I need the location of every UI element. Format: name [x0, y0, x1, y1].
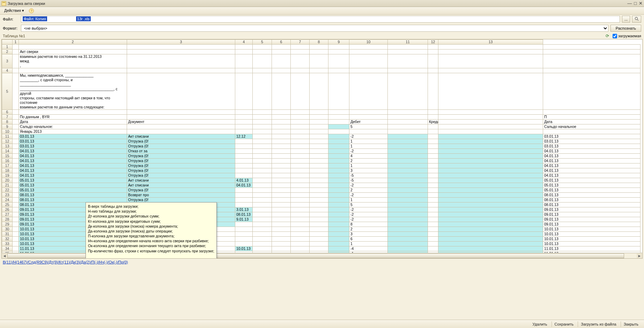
column-header[interactable]: 2	[19, 40, 127, 45]
cell[interactable]	[388, 188, 428, 193]
cell[interactable]	[253, 227, 272, 232]
cell[interactable]	[291, 124, 310, 129]
cell[interactable]: 09.01.13	[543, 207, 641, 212]
cell[interactable]: 04.01.13	[543, 173, 641, 178]
cell[interactable]	[388, 124, 428, 129]
cell[interactable]	[13, 178, 19, 183]
cell[interactable]	[310, 129, 328, 134]
cell[interactable]	[253, 129, 272, 134]
cell[interactable]	[272, 183, 291, 188]
cell[interactable]	[438, 203, 543, 207]
cell[interactable]: 04.01.13	[235, 183, 253, 188]
table-row[interactable]: 1404.01.13Отказ от за-204.01.13	[2, 149, 641, 154]
cell[interactable]	[291, 49, 310, 54]
cell[interactable]: 04.01.13	[543, 168, 641, 173]
cell[interactable]	[13, 222, 19, 227]
cell[interactable]	[388, 178, 428, 183]
cell[interactable]	[235, 115, 253, 120]
cell[interactable]	[328, 120, 349, 124]
cell[interactable]: 04.01.13	[19, 154, 127, 159]
cell[interactable]	[13, 207, 19, 212]
cell[interactable]	[272, 246, 291, 251]
cell[interactable]	[428, 115, 438, 120]
cell[interactable]: 08.01.13	[543, 193, 641, 198]
cell[interactable]	[235, 149, 253, 154]
cell[interactable]	[388, 232, 428, 237]
cell[interactable]	[235, 237, 253, 242]
cell[interactable]: 9.01.13	[235, 217, 253, 222]
cell[interactable]	[291, 193, 310, 198]
column-header[interactable]: 11	[388, 40, 428, 45]
cell[interactable]	[428, 154, 438, 159]
cell[interactable]	[438, 110, 543, 115]
cell[interactable]	[253, 144, 272, 149]
cell[interactable]	[13, 45, 19, 49]
cell[interactable]	[272, 154, 291, 159]
cell[interactable]	[328, 163, 349, 168]
cell[interactable]	[349, 73, 388, 110]
cell[interactable]	[328, 54, 349, 68]
row-header[interactable]: 15	[2, 154, 13, 159]
cell[interactable]	[310, 237, 328, 242]
cell[interactable]	[291, 129, 310, 134]
cell[interactable]	[428, 207, 438, 212]
cell[interactable]	[349, 129, 388, 134]
cell[interactable]	[349, 110, 388, 115]
cell[interactable]: 04.01.13	[543, 159, 641, 163]
cell[interactable]	[328, 110, 349, 115]
cell[interactable]	[310, 246, 328, 251]
cell[interactable]	[388, 45, 428, 49]
cell[interactable]	[388, 237, 428, 242]
cell[interactable]	[310, 144, 328, 149]
cell[interactable]: 03.01.13	[19, 134, 127, 139]
scroll-left-icon[interactable]: ◄	[2, 254, 7, 258]
cell[interactable]	[291, 237, 310, 242]
cell[interactable]	[272, 178, 291, 183]
cell[interactable]	[438, 163, 543, 168]
cell[interactable]	[328, 242, 349, 246]
cell[interactable]	[253, 49, 272, 54]
cell[interactable]	[388, 139, 428, 144]
cell[interactable]	[328, 45, 349, 49]
cell[interactable]	[428, 217, 438, 222]
row-header[interactable]: 12	[2, 139, 13, 144]
cell[interactable]	[291, 178, 310, 183]
cell[interactable]	[13, 149, 19, 154]
cell[interactable]	[13, 183, 19, 188]
cell[interactable]: 03.01.13	[19, 139, 127, 144]
cell[interactable]: 04.01.13	[19, 159, 127, 163]
cell[interactable]	[428, 129, 438, 134]
cell[interactable]: Отгрузка (0!	[127, 198, 235, 203]
cell[interactable]	[235, 110, 253, 115]
column-header[interactable]: 4	[235, 40, 253, 45]
cell[interactable]	[543, 68, 641, 73]
cell[interactable]	[438, 237, 543, 242]
column-header[interactable]: 5	[253, 40, 272, 45]
cell[interactable]	[291, 68, 310, 73]
cell[interactable]	[349, 68, 388, 73]
cell[interactable]	[310, 110, 328, 115]
cell[interactable]: Документ	[127, 120, 235, 124]
cell[interactable]	[235, 168, 253, 173]
cell[interactable]	[543, 110, 641, 115]
cell[interactable]	[428, 222, 438, 227]
cell[interactable]	[438, 54, 543, 68]
cell[interactable]	[127, 45, 235, 49]
cell[interactable]	[388, 159, 428, 163]
cell[interactable]: 10.01.13	[543, 242, 641, 246]
cell[interactable]	[291, 144, 310, 149]
cell[interactable]: 09.01.13	[543, 212, 641, 217]
cell[interactable]	[328, 173, 349, 178]
cell[interactable]: 4	[349, 154, 388, 159]
cell[interactable]	[388, 49, 428, 54]
cell[interactable]	[310, 115, 328, 120]
cell[interactable]	[310, 222, 328, 227]
cell[interactable]	[272, 168, 291, 173]
cell[interactable]	[291, 173, 310, 178]
cell[interactable]	[253, 68, 272, 73]
cell[interactable]	[428, 193, 438, 198]
cell[interactable]	[438, 173, 543, 178]
cell[interactable]	[127, 115, 235, 120]
cell[interactable]	[291, 207, 310, 212]
cell[interactable]	[291, 212, 310, 217]
